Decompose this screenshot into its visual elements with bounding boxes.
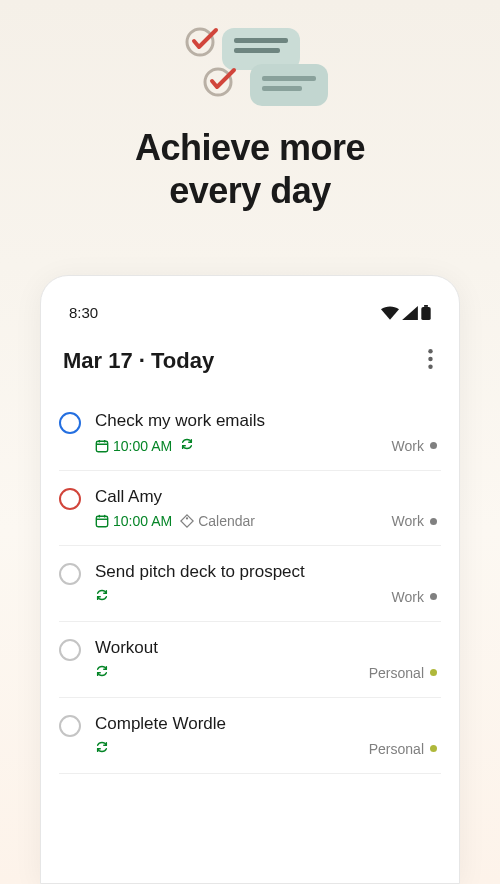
task-time-text: 10:00 AM bbox=[113, 513, 172, 529]
task-checkbox[interactable] bbox=[59, 639, 81, 661]
task-checkbox[interactable] bbox=[59, 715, 81, 737]
project-dot-icon bbox=[430, 518, 437, 525]
task-checkbox[interactable] bbox=[59, 488, 81, 510]
task-meta-row: 10:00 AMWork bbox=[95, 437, 437, 454]
repeat-icon bbox=[95, 740, 109, 754]
task-title: Call Amy bbox=[95, 487, 437, 507]
hero-title: Achieve more every day bbox=[0, 126, 500, 212]
svg-point-7 bbox=[205, 69, 231, 95]
task-project-name: Personal bbox=[369, 741, 424, 757]
task-meta-left bbox=[95, 664, 109, 681]
repeat-icon bbox=[180, 437, 194, 451]
task-time: 10:00 AM bbox=[95, 438, 172, 454]
task-recurring bbox=[95, 588, 109, 605]
svg-rect-2 bbox=[234, 48, 280, 53]
hero-title-line2: every day bbox=[169, 170, 331, 211]
svg-rect-17 bbox=[96, 516, 107, 527]
task-label: Calendar bbox=[180, 513, 255, 529]
task-title: Send pitch deck to prospect bbox=[95, 562, 437, 582]
svg-point-21 bbox=[186, 517, 188, 519]
task-meta-row: Personal bbox=[95, 740, 437, 757]
task-body: Call Amy10:00 AMCalendarWork bbox=[95, 487, 437, 529]
task-meta-row: 10:00 AMCalendarWork bbox=[95, 513, 437, 529]
task-row[interactable]: WorkoutPersonal bbox=[59, 622, 441, 698]
calendar-icon bbox=[95, 439, 109, 453]
task-title: Workout bbox=[95, 638, 437, 658]
signal-icon bbox=[402, 306, 418, 320]
task-body: Complete WordlePersonal bbox=[95, 714, 437, 757]
task-project: Personal bbox=[369, 665, 437, 681]
task-time-text: 10:00 AM bbox=[113, 438, 172, 454]
task-row[interactable]: Send pitch deck to prospectWork bbox=[59, 546, 441, 622]
wifi-icon bbox=[381, 306, 399, 320]
project-dot-icon bbox=[430, 593, 437, 600]
battery-icon bbox=[421, 305, 431, 320]
svg-rect-8 bbox=[421, 307, 430, 320]
task-meta-left: 10:00 AM bbox=[95, 437, 194, 454]
task-meta-left bbox=[95, 740, 109, 757]
task-title: Complete Wordle bbox=[95, 714, 437, 734]
hero-title-line1: Achieve more bbox=[135, 127, 365, 168]
task-meta-row: Personal bbox=[95, 664, 437, 681]
task-title: Check my work emails bbox=[95, 411, 437, 431]
task-project-name: Work bbox=[392, 438, 424, 454]
task-body: WorkoutPersonal bbox=[95, 638, 437, 681]
task-label-text: Calendar bbox=[198, 513, 255, 529]
svg-point-12 bbox=[428, 365, 432, 369]
task-project-name: Personal bbox=[369, 665, 424, 681]
project-dot-icon bbox=[430, 745, 437, 752]
svg-point-6 bbox=[187, 29, 213, 55]
hero-illustration bbox=[150, 20, 350, 110]
tag-icon bbox=[180, 514, 194, 528]
repeat-icon bbox=[95, 664, 109, 678]
task-recurring bbox=[95, 664, 109, 681]
task-project: Personal bbox=[369, 741, 437, 757]
calendar-icon bbox=[95, 514, 109, 528]
status-icons bbox=[381, 305, 431, 320]
task-row[interactable]: Call Amy10:00 AMCalendarWork bbox=[59, 471, 441, 546]
page-header: Mar 17 · Today bbox=[59, 335, 441, 395]
svg-point-11 bbox=[428, 357, 432, 361]
task-time: 10:00 AM bbox=[95, 513, 172, 529]
page-title: Mar 17 · Today bbox=[63, 348, 214, 374]
svg-point-10 bbox=[428, 349, 432, 353]
phone-frame: 8:30 Mar 17 · Today Check my work emails… bbox=[40, 275, 460, 884]
project-dot-icon bbox=[430, 442, 437, 449]
task-row[interactable]: Check my work emails10:00 AMWork bbox=[59, 395, 441, 471]
task-recurring bbox=[180, 437, 194, 454]
task-meta-row: Work bbox=[95, 588, 437, 605]
svg-rect-4 bbox=[262, 76, 316, 81]
svg-rect-9 bbox=[424, 305, 428, 307]
task-body: Send pitch deck to prospectWork bbox=[95, 562, 437, 605]
task-recurring bbox=[95, 740, 109, 757]
task-meta-left bbox=[95, 588, 109, 605]
task-meta-left: 10:00 AMCalendar bbox=[95, 513, 255, 529]
svg-rect-13 bbox=[96, 441, 107, 452]
task-list: Check my work emails10:00 AMWorkCall Amy… bbox=[59, 395, 441, 774]
task-project: Work bbox=[392, 438, 437, 454]
svg-rect-1 bbox=[234, 38, 288, 43]
task-project-name: Work bbox=[392, 589, 424, 605]
task-project-name: Work bbox=[392, 513, 424, 529]
project-dot-icon bbox=[430, 669, 437, 676]
more-button[interactable] bbox=[424, 345, 437, 377]
task-checkbox[interactable] bbox=[59, 563, 81, 585]
task-project: Work bbox=[392, 513, 437, 529]
repeat-icon bbox=[95, 588, 109, 602]
task-project: Work bbox=[392, 589, 437, 605]
status-time: 8:30 bbox=[69, 304, 98, 321]
task-checkbox[interactable] bbox=[59, 412, 81, 434]
more-vertical-icon bbox=[428, 349, 433, 369]
status-bar: 8:30 bbox=[59, 296, 441, 335]
svg-rect-3 bbox=[250, 64, 328, 106]
svg-rect-5 bbox=[262, 86, 302, 91]
task-row[interactable]: Complete WordlePersonal bbox=[59, 698, 441, 774]
task-body: Check my work emails10:00 AMWork bbox=[95, 411, 437, 454]
